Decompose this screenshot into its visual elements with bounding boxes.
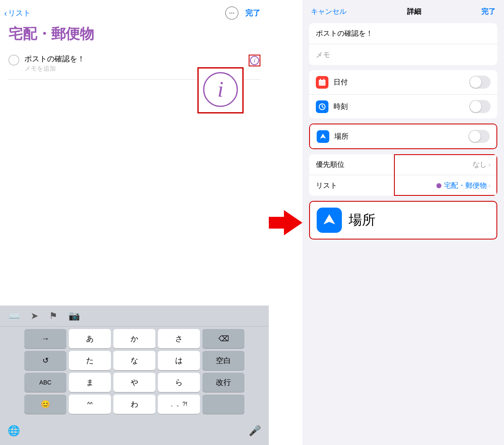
svg-text:i: i	[254, 57, 255, 64]
location-big-label: 場所	[349, 211, 375, 229]
key-enter[interactable]: 改行	[202, 373, 244, 392]
key-sa[interactable]: さ	[158, 329, 200, 348]
key-empty	[202, 395, 244, 414]
keyboard-bottom-row: 🌐 🎤	[0, 419, 269, 445]
calendar-svg	[318, 79, 326, 86]
key-hat[interactable]: ^^	[69, 395, 111, 414]
key-emoji[interactable]: 😊	[24, 395, 66, 414]
location-card-highlighted: 場所	[309, 124, 497, 149]
time-icon	[316, 100, 328, 113]
todo-main-text: ポストの確認を！	[24, 54, 260, 64]
location-icon[interactable]: ➤	[31, 311, 38, 321]
info-icon-big-annotation: i	[197, 67, 244, 113]
key-punctuation[interactable]: 、。?!	[158, 395, 200, 414]
svg-marker-12	[323, 214, 335, 224]
arrow-body	[269, 217, 284, 229]
key-space[interactable]: 空白	[202, 351, 244, 370]
date-toggle[interactable]	[469, 76, 491, 89]
key-ra[interactable]: ら	[158, 373, 200, 392]
left-navigation: ‹ リスト ··· 完了	[0, 0, 269, 23]
priority-label: 優先順位	[316, 160, 472, 169]
key-undo[interactable]: ↺	[24, 351, 66, 370]
location-svg	[319, 133, 327, 140]
keyboard-toolbar: ⌨️ ➤ ⚑ 📷	[0, 305, 269, 327]
right-done-button[interactable]: 完了	[481, 7, 496, 16]
clock-svg	[318, 103, 326, 111]
right-navigation: キャンセル 詳細 完了	[302, 0, 504, 21]
info-icon: i	[249, 55, 260, 66]
left-panel: ‹ リスト ··· 完了 宅配・郵便物 ポストの確認を！ メモを追加 i	[0, 0, 269, 445]
keyboard-area: ⌨️ ➤ ⚑ 📷 → あ か さ ⌫ ↺ た な は 空白	[0, 305, 269, 445]
page-title: 宅配・郵便物	[0, 23, 269, 50]
camera-icon[interactable]: 📷	[68, 311, 80, 321]
time-toggle[interactable]	[469, 100, 491, 113]
time-label: 時刻	[333, 102, 469, 111]
key-ta[interactable]: た	[69, 351, 111, 370]
key-ka[interactable]: か	[113, 329, 155, 348]
priority-chevron-icon: ›	[488, 161, 491, 169]
task-title-row: ポストの確認を！	[309, 23, 497, 44]
back-button[interactable]: ‹ リスト	[4, 8, 31, 18]
list-value-group: 宅配・郵便物 ›	[436, 181, 491, 190]
keyboard-row-1: → あ か さ ⌫	[2, 329, 267, 348]
todo-checkbox[interactable]	[8, 55, 19, 66]
memo-row[interactable]: メモ	[309, 44, 497, 65]
keyboard-body: → あ か さ ⌫ ↺ た な は 空白 ABC ま や ら 改行	[0, 327, 269, 419]
location-toggle[interactable]	[468, 130, 490, 143]
key-wa[interactable]: わ	[113, 395, 155, 414]
key-ha[interactable]: は	[158, 351, 200, 370]
cancel-button[interactable]: キャンセル	[311, 7, 346, 16]
location-toggle-thumb	[469, 131, 480, 142]
info-icon-big: i	[202, 71, 239, 110]
svg-marker-11	[320, 134, 326, 139]
info-icon-small-annotated[interactable]: i	[249, 55, 260, 66]
location-big-svg	[322, 213, 337, 228]
svg-rect-5	[319, 80, 326, 82]
key-ma[interactable]: ま	[69, 373, 111, 392]
date-icon	[316, 76, 328, 89]
keyboard-row-3: ABC ま や ら 改行	[2, 373, 267, 392]
date-toggle-thumb	[470, 76, 481, 88]
time-toggle-thumb	[470, 101, 481, 112]
priority-row[interactable]: 優先順位 なし ›	[309, 154, 497, 175]
location-big-icon	[317, 208, 342, 233]
key-na[interactable]: な	[113, 351, 155, 370]
keyboard-icon[interactable]: ⌨️	[8, 311, 20, 321]
back-label: リスト	[8, 8, 31, 18]
mic-icon[interactable]: 🎤	[244, 421, 265, 440]
flag-icon[interactable]: ⚑	[49, 311, 58, 321]
location-label: 場所	[334, 132, 468, 141]
toolbar-icons: ⌨️ ➤ ⚑ 📷	[8, 311, 80, 321]
key-backspace[interactable]: ⌫	[202, 329, 244, 348]
chevron-left-icon: ‹	[4, 8, 7, 18]
ellipsis-button[interactable]: ···	[225, 6, 239, 20]
key-abc[interactable]: ABC	[24, 373, 66, 392]
arrow-head	[284, 210, 302, 235]
list-dot-icon	[436, 183, 441, 188]
key-ya[interactable]: や	[113, 373, 155, 392]
time-row[interactable]: 時刻	[309, 95, 497, 118]
date-label: 日付	[333, 77, 469, 87]
key-arrow-right[interactable]: →	[24, 329, 66, 348]
ellipsis-icon: ···	[229, 9, 234, 17]
right-panel: キャンセル 詳細 完了 ポストの確認を！ メモ 日付	[302, 0, 504, 445]
task-title-text: ポストの確認を！	[316, 29, 491, 38]
keyboard-row-4: 😊 ^^ わ 、。?!	[2, 395, 267, 414]
key-a[interactable]: あ	[69, 329, 111, 348]
globe-icon[interactable]: 🌐	[3, 421, 24, 440]
keyboard-row-2: ↺ た な は 空白	[2, 351, 267, 370]
location-row[interactable]: 場所	[310, 124, 496, 148]
list-label: リスト	[316, 181, 436, 190]
arrow-container	[269, 0, 302, 445]
priority-list-card: 優先順位 なし › リスト 宅配・郵便物 ›	[309, 154, 497, 196]
date-row[interactable]: 日付	[309, 70, 497, 95]
svg-text:i: i	[218, 77, 223, 101]
red-arrow	[269, 210, 302, 235]
location-icon-row	[317, 130, 329, 143]
info-svg-big: i	[202, 71, 239, 108]
location-big-box: 場所	[309, 201, 497, 240]
date-time-card: 日付 時刻	[309, 70, 497, 118]
nav-right-group: ··· 完了	[225, 6, 260, 20]
list-row[interactable]: リスト 宅配・郵便物 ›	[309, 175, 497, 196]
done-button[interactable]: 完了	[245, 8, 260, 18]
